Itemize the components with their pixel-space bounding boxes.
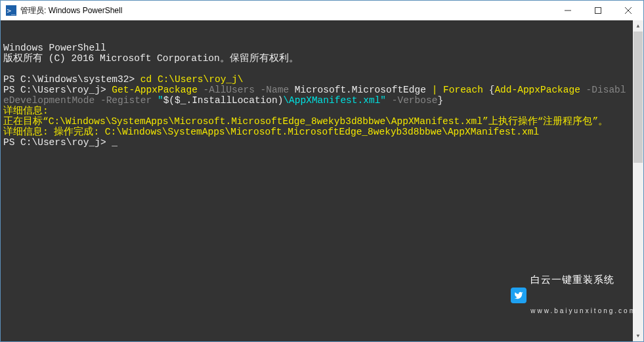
- minimize-button[interactable]: [553, 1, 583, 20]
- watermark-logo-icon: [511, 288, 526, 303]
- quote-open: ": [158, 95, 163, 106]
- window-title: 管理员: Windows PowerShell: [20, 5, 553, 16]
- terminal-output: Windows PowerShell 版权所有 (C) 2016 Microso…: [3, 43, 643, 148]
- close-button[interactable]: [613, 1, 643, 20]
- arg-allusers: -AllUsers -Name: [198, 85, 295, 95]
- watermark-url: www.baiyunxitong.com: [530, 306, 637, 316]
- scroll-thumb[interactable]: [633, 32, 643, 163]
- path-manifest: \AppXManifest.xml": [283, 95, 386, 106]
- cmd-cd: cd C:\Users\roy_j\: [140, 74, 244, 85]
- pipe: |: [432, 85, 443, 95]
- verbose-text-2: 操作完成: C:\Windows\SystemApps\Microsoft.Mi…: [54, 127, 539, 137]
- scroll-up-icon[interactable]: ▲: [633, 20, 643, 32]
- title-bar[interactable]: >_ 管理员: Windows PowerShell: [1, 1, 643, 20]
- window-controls: [553, 1, 643, 20]
- verbose-label-2: 详细信息:: [3, 127, 54, 137]
- prompt-2: PS C:\Users\roy_j>: [3, 85, 112, 95]
- prompt-1: PS C:\Windows\system32>: [3, 74, 140, 85]
- arg-verbose: -Verbose: [386, 95, 437, 106]
- brace-close: }: [437, 95, 443, 106]
- watermark: 白云一键重装系统 www.baiyunxitong.com: [511, 253, 637, 337]
- ps-copyright: 版权所有 (C) 2016 Microsoft Corporation。保留所有…: [3, 53, 299, 64]
- verbose-text-1: 正在目标“C:\Windows\SystemApps\Microsoft.Mic…: [3, 116, 608, 127]
- expr-paren-open: $(: [163, 95, 175, 106]
- cursor: _: [112, 137, 118, 148]
- expr-prop: InstallLocation: [192, 95, 278, 106]
- ps-header: Windows PowerShell: [3, 43, 106, 53]
- cmd-foreach: Foreach: [443, 85, 489, 95]
- cmd-getappx: Get-AppxPackage: [112, 85, 198, 95]
- cmd-addappx: Add-AppxPackage: [494, 85, 580, 95]
- svg-rect-0: [595, 8, 601, 14]
- watermark-title: 白云一键重装系统: [530, 274, 637, 285]
- prompt-3: PS C:\Users\roy_j>: [3, 137, 112, 148]
- maximize-button[interactable]: [583, 1, 613, 20]
- terminal-area[interactable]: Windows PowerShell 版权所有 (C) 2016 Microso…: [1, 20, 643, 341]
- expr-dot: .: [186, 95, 192, 106]
- watermark-text: 白云一键重装系统 www.baiyunxitong.com: [530, 253, 637, 337]
- powershell-window: >_ 管理员: Windows PowerShell Windows Power…: [0, 0, 644, 342]
- verbose-label-1: 详细信息:: [3, 106, 54, 116]
- powershell-icon: >_: [6, 5, 16, 16]
- val-edge: Microsoft.MicrosoftEdge: [295, 85, 432, 95]
- expr-var: $_: [175, 95, 186, 106]
